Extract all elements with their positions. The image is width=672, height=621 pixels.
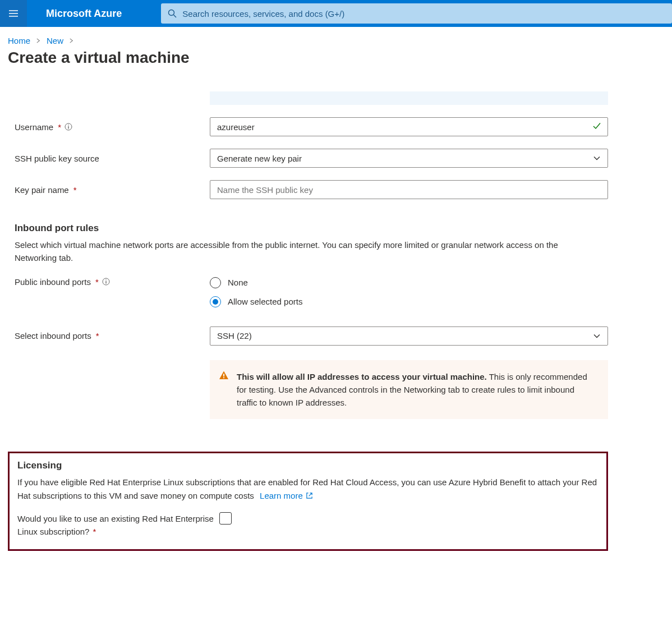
inbound-radio-group: None Allow selected ports [210,277,608,307]
licensing-question-label: Would you like to use an existing Red Ha… [17,512,219,539]
username-label: Username * [15,122,210,132]
svg-point-2 [68,125,69,126]
radio-icon [210,296,221,307]
required-marker: * [96,331,99,341]
svg-rect-6 [105,281,106,284]
brand-label: Microsoft Azure [46,8,122,20]
radio-none[interactable]: None [210,277,608,288]
username-field[interactable] [210,117,608,136]
learn-more-link[interactable]: Learn more [260,489,313,502]
inbound-warning-text: This will allow all IP addresses to acce… [237,370,597,410]
select-inbound-label: Select inbound ports * [15,331,210,341]
username-field-wrap [210,117,608,136]
licensing-section: Licensing If you have eligible Red Hat E… [8,452,608,551]
info-banner [210,91,608,105]
chevron-down-icon [593,332,601,340]
required-marker: * [73,185,77,195]
required-marker: * [58,122,61,132]
licensing-description: If you have eligible Red Hat Enterprise … [17,476,599,502]
breadcrumb-new[interactable]: New [47,36,63,45]
hamburger-icon [8,8,19,19]
licensing-checkbox[interactable] [219,512,232,525]
external-link-icon [306,492,313,499]
hamburger-menu-button[interactable] [0,0,27,27]
svg-rect-7 [223,374,224,376]
warning-icon [219,370,229,410]
page-title: Create a virtual machine [8,49,664,67]
svg-rect-3 [68,126,68,129]
radio-icon [210,277,221,288]
ssh-source-select[interactable]: Generate new key pair [210,149,608,168]
chevron-right-icon [69,36,74,45]
radio-none-label: None [228,278,248,287]
inbound-warning: This will allow all IP addresses to acce… [210,360,608,420]
select-inbound-value: SSH (22) [217,331,252,341]
inbound-heading: Inbound port rules [15,223,608,234]
checkmark-icon [592,122,601,132]
public-inbound-label: Public inbound ports * [15,277,210,287]
breadcrumb: Home New [8,36,664,45]
radio-allow-label: Allow selected ports [228,297,302,306]
keypair-field[interactable] [210,180,608,199]
search-container: Search resources, services, and docs (G+… [161,3,672,24]
search-placeholder: Search resources, services, and docs (G+… [182,9,344,19]
keypair-label: Key pair name * [15,185,210,195]
breadcrumb-home[interactable]: Home [8,36,30,45]
svg-point-0 [169,10,174,16]
inbound-description: Select which virtual machine network por… [15,238,592,265]
info-icon[interactable] [65,123,72,131]
licensing-heading: Licensing [17,460,599,471]
search-input[interactable]: Search resources, services, and docs (G+… [161,3,672,24]
chevron-right-icon [36,36,41,45]
ssh-source-label: SSH public key source [15,154,210,163]
select-inbound-ports[interactable]: SSH (22) [210,326,608,346]
licensing-question-row: Would you like to use an existing Red Ha… [17,512,599,539]
radio-allow-selected[interactable]: Allow selected ports [210,296,608,307]
page-content: Home New Create a virtual machine Userna… [0,27,672,564]
svg-rect-8 [223,377,224,378]
chevron-down-icon [593,154,601,162]
required-marker: * [93,527,96,536]
required-marker: * [95,277,99,287]
ssh-source-value: Generate new key pair [217,154,302,163]
top-header: Microsoft Azure Search resources, servic… [0,0,672,27]
svg-point-5 [105,279,107,280]
search-icon [168,9,177,18]
info-icon[interactable] [102,278,110,286]
